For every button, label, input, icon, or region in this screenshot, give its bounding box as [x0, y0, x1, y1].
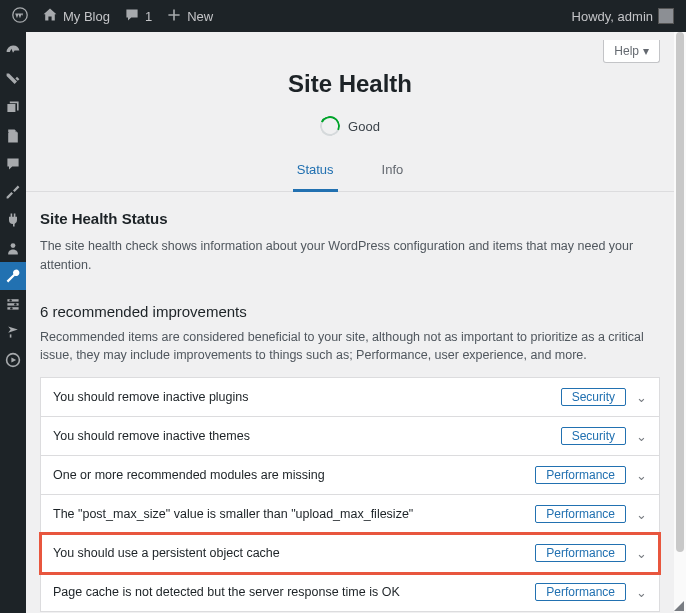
page-title: Site Health: [26, 32, 674, 98]
recommendation-title: Page cache is not detected but the serve…: [53, 585, 535, 599]
svg-rect-4: [7, 307, 18, 309]
menu-plugins[interactable]: [0, 206, 26, 234]
caret-down-icon: ▾: [643, 44, 649, 58]
chevron-down-icon: ⌄: [636, 546, 647, 561]
category-badge: Performance: [535, 505, 626, 523]
site-name-link[interactable]: My Blog: [38, 7, 114, 26]
tabs: Status Info: [26, 152, 674, 192]
svg-point-7: [10, 307, 12, 309]
recommendations-description: Recommended items are considered benefic…: [40, 328, 660, 366]
help-label: Help: [614, 44, 639, 58]
status-heading: Site Health Status: [40, 210, 660, 227]
recommendation-title: You should use a persistent object cache: [53, 546, 535, 560]
menu-pages[interactable]: [0, 122, 26, 150]
howdy-text: Howdy, admin: [572, 9, 653, 24]
avatar: [658, 8, 674, 24]
chevron-down-icon: ⌄: [636, 468, 647, 483]
admin-toolbar: My Blog 1 New Howdy, admin: [0, 0, 686, 32]
content-wrap: Help▾ Site Health Good Status Info Site …: [26, 32, 674, 613]
menu-media[interactable]: [0, 94, 26, 122]
resize-handle-icon[interactable]: [672, 599, 686, 613]
new-label: New: [187, 9, 213, 24]
new-content-link[interactable]: New: [162, 7, 217, 26]
chevron-down-icon: ⌄: [636, 390, 647, 405]
svg-rect-3: [7, 303, 18, 305]
category-badge: Performance: [535, 544, 626, 562]
recommendations-heading: 6 recommended improvements: [40, 303, 660, 320]
my-account-link[interactable]: Howdy, admin: [568, 8, 678, 24]
svg-point-1: [11, 243, 16, 248]
scrollbar-thumb[interactable]: [676, 32, 684, 552]
menu-item-generic-1[interactable]: [0, 318, 26, 346]
status-panel: Site Health Status The site health check…: [26, 192, 674, 285]
chevron-down-icon: ⌄: [636, 429, 647, 444]
indicator-label: Good: [348, 119, 380, 134]
recommendation-row[interactable]: One or more recommended modules are miss…: [41, 456, 659, 495]
recommendation-row[interactable]: You should remove inactive plugins Secur…: [41, 378, 659, 417]
svg-rect-2: [7, 299, 18, 301]
wp-logo[interactable]: [8, 7, 32, 26]
chevron-down-icon: ⌄: [636, 507, 647, 522]
recommendation-row-highlighted[interactable]: You should use a persistent object cache…: [41, 534, 659, 573]
menu-settings[interactable]: [0, 290, 26, 318]
recommendation-title: You should remove inactive themes: [53, 429, 561, 443]
progress-ring-icon: [317, 113, 343, 139]
category-badge: Security: [561, 427, 626, 445]
menu-item-generic-2[interactable]: [0, 346, 26, 374]
svg-point-5: [9, 299, 11, 301]
category-badge: Security: [561, 388, 626, 406]
menu-comments[interactable]: [0, 150, 26, 178]
tab-info[interactable]: Info: [378, 152, 408, 191]
recommendation-title: The "post_max_size" value is smaller tha…: [53, 507, 535, 521]
recommendations-list: You should remove inactive plugins Secur…: [40, 377, 660, 612]
comments-link[interactable]: 1: [120, 7, 156, 26]
menu-dashboard[interactable]: [0, 38, 26, 66]
svg-point-6: [14, 303, 16, 305]
recommendation-title: One or more recommended modules are miss…: [53, 468, 535, 482]
recommendation-row[interactable]: The "post_max_size" value is smaller tha…: [41, 495, 659, 534]
vertical-scrollbar[interactable]: [674, 32, 686, 613]
recommendation-row[interactable]: Page cache is not detected but the serve…: [41, 573, 659, 611]
menu-posts[interactable]: [0, 66, 26, 94]
category-badge: Performance: [535, 583, 626, 601]
status-description: The site health check shows information …: [40, 237, 660, 275]
chevron-down-icon: ⌄: [636, 585, 647, 600]
admin-menu: [0, 32, 26, 613]
comments-count: 1: [145, 9, 152, 24]
menu-users[interactable]: [0, 234, 26, 262]
health-indicator: Good: [26, 116, 674, 136]
menu-appearance[interactable]: [0, 178, 26, 206]
site-name-text: My Blog: [63, 9, 110, 24]
menu-tools[interactable]: [0, 262, 26, 290]
recommendation-title: You should remove inactive plugins: [53, 390, 561, 404]
help-tab[interactable]: Help▾: [603, 40, 660, 63]
category-badge: Performance: [535, 466, 626, 484]
tab-status[interactable]: Status: [293, 152, 338, 192]
recommendation-row[interactable]: You should remove inactive themes Securi…: [41, 417, 659, 456]
